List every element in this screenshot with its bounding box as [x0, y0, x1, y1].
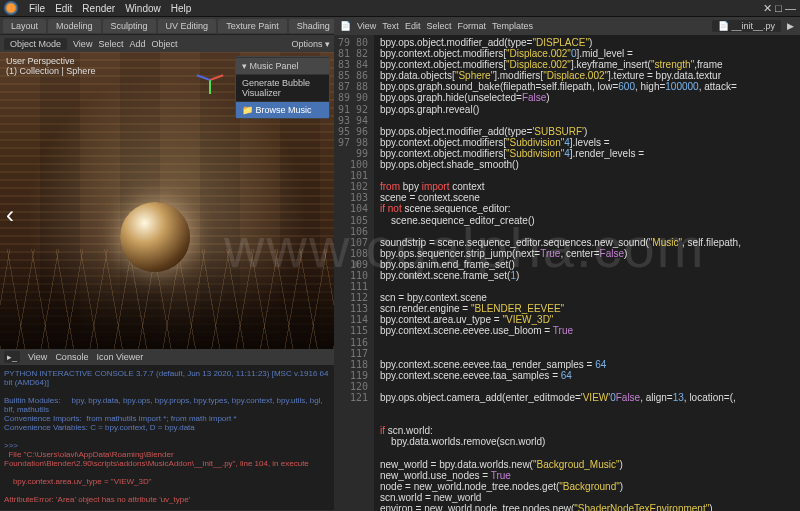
options-dropdown[interactable]: Options ▾ — [291, 39, 330, 49]
generate-bubble-visualizer-button[interactable]: Generate Bubble Visualizer — [236, 74, 329, 101]
viewport-sphere-object[interactable] — [120, 202, 190, 272]
console-menu-icon-viewer[interactable]: Icon Viewer — [96, 352, 143, 362]
viewport-menu-add[interactable]: Add — [129, 39, 145, 49]
text-editor-panel: 📄 View Text Edit Select Format Templates… — [334, 35, 800, 511]
menu-help[interactable]: Help — [166, 3, 197, 14]
editor-menu-select[interactable]: Select — [426, 21, 451, 31]
editor-menu-templates[interactable]: Templates — [492, 21, 533, 31]
navigation-gizmo[interactable] — [191, 60, 229, 98]
3d-viewport[interactable]: User Perspective (1) Collection | Sphere… — [0, 52, 334, 349]
mode-selector[interactable]: Object Mode — [4, 38, 67, 50]
viewport-menu-object[interactable]: Object — [151, 39, 177, 49]
music-panel-popup: ▾ Music Panel Generate Bubble Visualizer… — [235, 56, 330, 119]
console-editor-type-icon[interactable]: ▸_ — [4, 351, 20, 363]
code-editor[interactable]: bpy.ops.object.modifier_add(type="DISPLA… — [374, 35, 800, 511]
tab-modeling[interactable]: Modeling — [48, 19, 101, 33]
viewport-collection-label: (1) Collection | Sphere — [6, 66, 95, 76]
viewport-perspective-label: User Perspective — [6, 56, 95, 66]
text-editor-toolbar: 📄 View Text Edit Select Format Templates… — [334, 17, 800, 35]
menu-render[interactable]: Render — [77, 3, 120, 14]
main-menubar: File Edit Render Window Help — [0, 0, 800, 17]
python-console[interactable]: PYTHON INTERACTIVE CONSOLE 3.7.7 (defaul… — [0, 365, 334, 510]
menu-edit[interactable]: Edit — [50, 3, 77, 14]
viewport-menu-select[interactable]: Select — [98, 39, 123, 49]
line-number-gutter: 79 80 81 82 83 84 85 86 87 88 89 90 91 9… — [334, 35, 374, 511]
viewport-menu-view[interactable]: View — [73, 39, 92, 49]
editor-menu-format[interactable]: Format — [457, 21, 486, 31]
tab-layout[interactable]: Layout — [3, 19, 46, 33]
menu-window[interactable]: Window — [120, 3, 166, 14]
viewport-info-overlay: User Perspective (1) Collection | Sphere — [6, 56, 95, 76]
left-panel: Object Mode View Select Add Object Optio… — [0, 35, 334, 511]
editor-menu-text[interactable]: Text — [382, 21, 399, 31]
menu-file[interactable]: File — [24, 3, 50, 14]
run-script-button[interactable]: ▶ — [787, 21, 794, 31]
editor-type-icon[interactable]: 📄 — [340, 21, 351, 31]
blender-logo-icon — [4, 1, 18, 15]
chevron-left-icon[interactable]: ‹ — [6, 201, 14, 229]
editor-menu-view[interactable]: View — [357, 21, 376, 31]
tab-sculpting[interactable]: Sculpting — [103, 19, 156, 33]
console-menu-console[interactable]: Console — [55, 352, 88, 362]
window-close-icon[interactable]: ✕ □ — — [763, 2, 796, 15]
panel-title: ▾ Music Panel — [236, 57, 329, 74]
tab-uv-editing[interactable]: UV Editing — [158, 19, 217, 33]
viewport-header: Object Mode View Select Add Object Optio… — [0, 35, 334, 52]
console-header: ▸_ View Console Icon Viewer — [0, 349, 334, 365]
tab-shading[interactable]: Shading — [289, 19, 338, 33]
editor-menu-edit[interactable]: Edit — [405, 21, 421, 31]
tab-texture-paint[interactable]: Texture Paint — [218, 19, 287, 33]
filename-label[interactable]: 📄 __init__.py — [712, 20, 781, 32]
browse-music-button[interactable]: 📁 Browse Music — [236, 101, 329, 118]
console-menu-view[interactable]: View — [28, 352, 47, 362]
